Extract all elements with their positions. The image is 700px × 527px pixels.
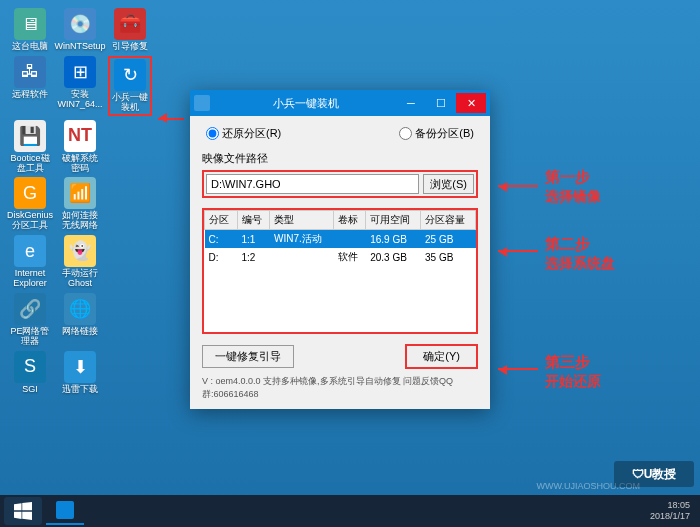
desktop-icon-diskgenius[interactable]: GDiskGenius分区工具 [8,177,52,231]
app-window: 小兵一键装机 ─ ☐ ✕ 还原分区(R) 备份分区(B) 映像文件路径 浏览(S… [190,90,490,409]
desktop-icon-remote[interactable]: 🖧远程软件 [8,56,52,116]
table-header[interactable]: 类型 [270,211,334,230]
table-header[interactable]: 分区容量 [421,211,476,230]
table-header[interactable]: 分区 [205,211,238,230]
image-path-input[interactable] [206,174,419,194]
table-row[interactable]: D:1:2软件20.3 GB35 GB [205,248,476,266]
radio-restore[interactable]: 还原分区(R) [206,126,281,141]
annotation-step3: 第三步开始还原 [545,353,601,391]
path-label: 映像文件路径 [202,151,478,166]
partition-table[interactable]: 分区编号类型卷标可用空间分区容量 C:1:1WIN7.活动16.9 GB25 G… [204,210,476,266]
desktop-icon-computer[interactable]: 🖥这台电脑 [8,8,52,52]
window-title: 小兵一键装机 [216,96,396,111]
titlebar[interactable]: 小兵一键装机 ─ ☐ ✕ [190,90,490,116]
path-row-highlight: 浏览(S) [202,170,478,198]
arrow-step2 [498,250,538,252]
table-header[interactable]: 编号 [237,211,270,230]
desktop-icon-bootrepair[interactable]: 🧰引导修复 [108,8,152,52]
repair-boot-button[interactable]: 一键修复引导 [202,345,294,368]
logo-watermark: 🛡 U教授 [614,461,694,487]
table-row[interactable]: C:1:1WIN7.活动16.9 GB25 GB [205,230,476,249]
desktop-icon-wifi[interactable]: 📶如何连接无线网络 [58,177,102,231]
maximize-button[interactable]: ☐ [426,93,456,113]
arrow-to-icon [158,118,184,120]
desktop-icon-ghost[interactable]: 👻手动运行Ghost [58,235,102,289]
desktop-icon-thunder[interactable]: ⬇迅雷下载 [58,351,102,395]
radio-backup[interactable]: 备份分区(B) [399,126,474,141]
desktop-icon-netlink[interactable]: 🌐网络链接 [58,293,102,347]
desktop-icon-crackpwd[interactable]: NT破解系统密码 [58,120,102,174]
table-header[interactable]: 可用空间 [366,211,421,230]
arrow-step1 [498,185,538,187]
status-bar: V : oem4.0.0.0 支持多种镜像,多系统引导自动修复 问题反馈QQ群:… [202,375,478,401]
desktop-icon-sgi[interactable]: SSGI [8,351,52,395]
desktop-icon-winntsetup[interactable]: 💿WinNTSetup [58,8,102,52]
desktop-icon-bootice[interactable]: 💾Bootice磁盘工具 [8,120,52,174]
partition-table-highlight: 分区编号类型卷标可用空间分区容量 C:1:1WIN7.活动16.9 GB25 G… [202,208,478,334]
task-item-app[interactable] [46,497,84,525]
ok-button[interactable]: 确定(Y) [405,344,478,369]
close-button[interactable]: ✕ [456,93,486,113]
annotation-step2: 第二步选择系统盘 [545,235,615,273]
table-header[interactable]: 卷标 [333,211,366,230]
arrow-step3 [498,368,538,370]
desktop-icon-win7install[interactable]: ⊞安装WIN7_64... [58,56,102,116]
annotation-step1: 第一步选择镜像 [545,168,601,206]
desktop-icon-penet[interactable]: 🔗PE网络管理器 [8,293,52,347]
system-tray[interactable]: 18:05 2018/1/17 [650,500,696,522]
desktop-icon-ie[interactable]: eInternet Explorer [8,235,52,289]
start-button[interactable] [4,497,42,525]
minimize-button[interactable]: ─ [396,93,426,113]
windows-icon [14,502,32,520]
browse-button[interactable]: 浏览(S) [423,174,474,194]
taskbar: 18:05 2018/1/17 [0,495,700,527]
desktop-icon-xiaobing[interactable]: ↻小兵一键装机 [108,56,152,116]
app-icon [194,95,210,111]
